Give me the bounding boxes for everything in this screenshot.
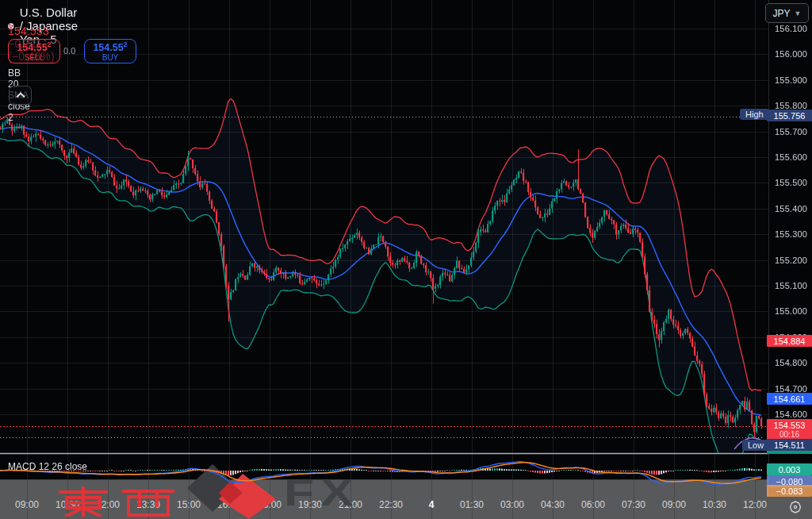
price-axis-label: 155.000 xyxy=(775,306,807,316)
buy-label: BUY xyxy=(102,53,119,62)
sell-price: 154.552 xyxy=(17,40,51,52)
price-axis-label: 156.000 xyxy=(775,49,807,59)
price-axis-label: 155.500 xyxy=(775,178,807,187)
low-chip: Low xyxy=(742,440,769,451)
timezone-settings-gear-icon[interactable] xyxy=(788,500,802,514)
price-axis-label: 155.300 xyxy=(775,229,807,239)
price-axis-label: 155.900 xyxy=(775,75,807,85)
price-axis-label: 156.100 xyxy=(775,24,807,33)
bb-lower-label-sliver xyxy=(767,451,812,454)
high-chip: High xyxy=(740,109,769,120)
sell-label: SELL xyxy=(25,53,44,62)
price-axis-label: 155.400 xyxy=(775,204,807,213)
last-price-value: 154.553 xyxy=(767,421,812,430)
sell-button[interactable]: 154.552 SELL xyxy=(8,39,60,63)
chevron-down-icon: ▼ xyxy=(795,10,802,17)
day-high-badge: 155.756 xyxy=(767,110,812,121)
chart-surface[interactable] xyxy=(0,0,812,519)
price-axis-label: 154.600 xyxy=(775,409,807,419)
price-axis-label: 155.200 xyxy=(775,256,807,265)
macd-signal-badge: −0.083 xyxy=(767,485,812,497)
bb-basis-badge: 154.661 xyxy=(767,393,812,405)
macd-hist-badge: 0.003 xyxy=(767,463,812,475)
bb-upper-badge: 154.884 xyxy=(767,335,812,347)
buy-button[interactable]: 154.552 BUY xyxy=(84,39,136,63)
price-axis-label: 155.700 xyxy=(775,127,807,136)
currency-selector-value: JPY xyxy=(773,8,791,19)
macd-indicator-label[interactable]: MACD 12 26 close xyxy=(8,461,87,472)
price-axis[interactable]: 156.100156.000155.900155.800155.700155.6… xyxy=(768,0,812,479)
trading-app: 09:0010:3012:0013:3015:0016:3018:0019:30… xyxy=(0,0,812,519)
price-axis-label: 155.600 xyxy=(775,152,807,162)
chevron-up-icon xyxy=(16,92,25,98)
spread-value: 0.0 xyxy=(63,46,75,56)
price-axis-label: 154.800 xyxy=(775,358,807,367)
currency-selector[interactable]: JPY ▼ xyxy=(765,3,809,23)
buy-price: 154.552 xyxy=(93,40,127,52)
day-low-badge: 154.511 xyxy=(767,439,812,451)
price-axis-label: 154.700 xyxy=(775,384,807,394)
collapse-panel-button[interactable] xyxy=(9,86,32,105)
price-axis-label: 155.100 xyxy=(775,281,807,290)
last-price-badge: 154.553 00:16 xyxy=(767,419,812,441)
